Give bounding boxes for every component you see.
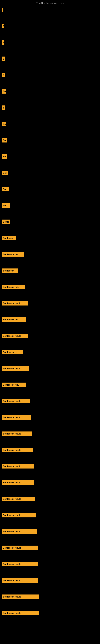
bar-item: Bottleneck result xyxy=(2,529,37,534)
bar-item: Bo xyxy=(2,138,7,142)
bar-row: Bot xyxy=(2,171,100,175)
bar-item: Bottleneck resu xyxy=(2,382,26,387)
bar-item: Bottleneck res xyxy=(2,252,24,256)
bar-row: Bottleneck result xyxy=(2,448,100,452)
bar-item: Bottleneck result xyxy=(2,562,38,566)
bar-item: Bot xyxy=(2,171,8,175)
bar-item: Bottleneck result xyxy=(2,448,33,452)
bar-item: Bott xyxy=(2,187,9,192)
bar-row: Bottleneck result xyxy=(2,464,100,468)
bar-row: Bo xyxy=(2,138,100,142)
bar-item: Bottleneck result xyxy=(2,611,39,615)
bar-row: Bottleneck result xyxy=(2,334,100,338)
bar-item: B xyxy=(2,106,5,110)
bar-row: Bottleneck result xyxy=(2,497,100,501)
bar-row: Bottleneck xyxy=(2,268,100,273)
bar-item: B xyxy=(2,73,5,77)
bar-item: Bottleneck xyxy=(2,268,18,273)
bar-item: Bottleneck result xyxy=(2,399,30,403)
bar-row: B xyxy=(2,73,100,77)
bar-item: Bottleneck result xyxy=(2,301,28,306)
bar-row: Bott xyxy=(2,203,100,208)
bar-item: Bottleneck result xyxy=(2,594,39,599)
bar-row: Bottleneck res xyxy=(2,252,100,256)
bar-row: Bottleneck result xyxy=(2,480,100,485)
bar-row: Bottleneck resu xyxy=(2,382,100,387)
bar-item: Bottleneck resu xyxy=(2,285,25,289)
site-title: TheBottlenecker.com xyxy=(0,0,100,6)
bar-row: Bottle xyxy=(2,220,100,224)
bar-item: Bottleneck resu xyxy=(2,317,26,322)
bar-item: Bottleneck result xyxy=(2,464,34,468)
bar-row: Bottleneck result xyxy=(2,366,100,371)
bar-row: Bottleneck result xyxy=(2,432,100,436)
bar-row: Bottleneck result xyxy=(2,529,100,534)
bar-row: Bottleneck result xyxy=(2,415,100,420)
bar-item: Bottleneck result xyxy=(2,578,38,582)
bar-row: Bottleneck re xyxy=(2,350,100,354)
bars-container: FFBBBoBBoBoBoBotBottBottBottleBottlenecB… xyxy=(0,6,100,627)
bar-row: F xyxy=(2,24,100,28)
bar-item: Bottleneck result xyxy=(2,513,36,518)
bar-row: Bottleneck result xyxy=(2,562,100,566)
bar-item: Bottleneck result xyxy=(2,334,28,338)
bar-item: Bottleneck result xyxy=(2,480,34,485)
bar-item: Bottle xyxy=(2,220,10,224)
bar-item: Bottleneck result xyxy=(2,415,31,420)
bar-row: Bottleneck result xyxy=(2,594,100,599)
bar-item: Bo xyxy=(2,122,6,126)
bar-item: Bottleneck result xyxy=(2,546,38,550)
bar-item: Bottleneck result xyxy=(2,366,29,371)
bar-item: B xyxy=(2,56,5,61)
bar-row: Bo xyxy=(2,122,100,126)
bar-row: F xyxy=(2,40,100,45)
bar-item: Bo xyxy=(2,89,6,94)
bar-item: Bottleneck result xyxy=(2,497,35,501)
bar-row: B xyxy=(2,106,100,110)
bar-row: Bottleneck resu xyxy=(2,317,100,322)
bar-item: Bottleneck result xyxy=(2,432,32,436)
bar-item: Bott xyxy=(2,203,10,208)
bar-row: Bottlenec xyxy=(2,236,100,240)
bar-row: Bott xyxy=(2,187,100,192)
bar-row: Bottleneck result xyxy=(2,513,100,518)
bar-row: B xyxy=(2,56,100,61)
bar-row xyxy=(2,8,100,12)
bar-row: Bottleneck result xyxy=(2,546,100,550)
bar-row: Bottleneck result xyxy=(2,611,100,615)
bar-item: Bottlenec xyxy=(2,236,16,240)
bar-row: Bottleneck resu xyxy=(2,285,100,289)
bar-row: Bo xyxy=(2,89,100,94)
bar-item: Bottleneck re xyxy=(2,350,23,354)
bar-row: Bottleneck result xyxy=(2,399,100,403)
bar-item: F xyxy=(2,24,3,28)
bar-item: Bo xyxy=(2,154,7,159)
bar-row: Bottleneck result xyxy=(2,301,100,306)
bar-row: Bottleneck result xyxy=(2,578,100,582)
bar-item xyxy=(2,8,3,12)
bar-row: Bo xyxy=(2,154,100,159)
bar-item: F xyxy=(2,40,4,45)
